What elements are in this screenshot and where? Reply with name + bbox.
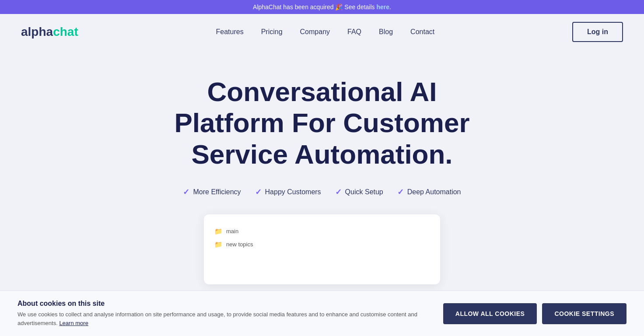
hero-section: Conversational AI Platform For Customer …	[0, 50, 644, 302]
check-icon-happy: ✓	[255, 187, 262, 197]
feature-automation: ✓ Deep Automation	[397, 187, 461, 197]
app-preview-card: 📁 main 📁 new topics	[204, 214, 440, 284]
logo: alphachat	[21, 25, 78, 39]
folder-row-topics: 📁 new topics	[214, 238, 430, 251]
folder-row-main: 📁 main	[214, 225, 430, 238]
nav-features[interactable]: Features	[216, 28, 244, 35]
logo-chat: chat	[53, 25, 78, 38]
hero-title-line2: Platform For Customer	[174, 108, 469, 138]
nav-blog[interactable]: Blog	[379, 28, 393, 35]
nav-links: Features Pricing Company FAQ Blog Contac…	[216, 28, 435, 36]
cookie-buttons: ALLOW ALL COOKIES COOKIE SETTINGS	[443, 303, 626, 324]
allow-cookies-button[interactable]: ALLOW ALL COOKIES	[443, 303, 537, 324]
folder-icon-main: 📁	[214, 228, 223, 235]
navbar: alphachat Features Pricing Company FAQ B…	[0, 14, 644, 50]
announcement-bar: AlphaChat has been acquired 🎉 See detail…	[0, 0, 644, 14]
cookie-title: About cookies on this site	[18, 300, 436, 308]
folder-label-topics: new topics	[226, 241, 253, 248]
feature-happy: ✓ Happy Customers	[255, 187, 321, 197]
hero-title-line3: Service Automation.	[191, 139, 452, 169]
feature-automation-label: Deep Automation	[407, 188, 461, 196]
announcement-text: AlphaChat has been acquired 🎉 See detail…	[253, 4, 376, 10]
announcement-link[interactable]: here	[376, 4, 389, 10]
feature-happy-label: Happy Customers	[265, 188, 321, 196]
logo-text: alphachat	[21, 25, 78, 39]
feature-efficiency-label: More Efficiency	[193, 188, 241, 196]
login-button[interactable]: Log in	[572, 22, 623, 42]
nav-contact[interactable]: Contact	[410, 28, 434, 35]
nav-pricing[interactable]: Pricing	[261, 28, 283, 35]
hero-title-line1: Conversational AI	[207, 77, 437, 107]
cookie-settings-button[interactable]: COOKIE SETTINGS	[542, 303, 626, 324]
feature-setup-label: Quick Setup	[345, 188, 383, 196]
announcement-suffix: .	[389, 4, 391, 10]
hero-title: Conversational AI Platform For Customer …	[156, 76, 488, 170]
check-icon-setup: ✓	[335, 187, 342, 197]
logo-alpha: alpha	[21, 25, 53, 38]
nav-company[interactable]: Company	[300, 28, 330, 35]
cookie-content: About cookies on this site We use cookie…	[18, 300, 436, 327]
feature-setup: ✓ Quick Setup	[335, 187, 383, 197]
folder-icon-topics: 📁	[214, 241, 223, 248]
folder-label-main: main	[226, 228, 238, 234]
hero-features: ✓ More Efficiency ✓ Happy Customers ✓ Qu…	[10, 187, 634, 197]
cookie-text: We use cookies to collect and analyse in…	[18, 310, 436, 327]
cookie-learn-more-link[interactable]: Learn more	[59, 320, 88, 326]
cookie-banner: About cookies on this site We use cookie…	[0, 290, 644, 336]
feature-efficiency: ✓ More Efficiency	[183, 187, 241, 197]
check-icon-automation: ✓	[397, 187, 404, 197]
nav-faq[interactable]: FAQ	[347, 28, 361, 35]
check-icon-efficiency: ✓	[183, 187, 189, 197]
